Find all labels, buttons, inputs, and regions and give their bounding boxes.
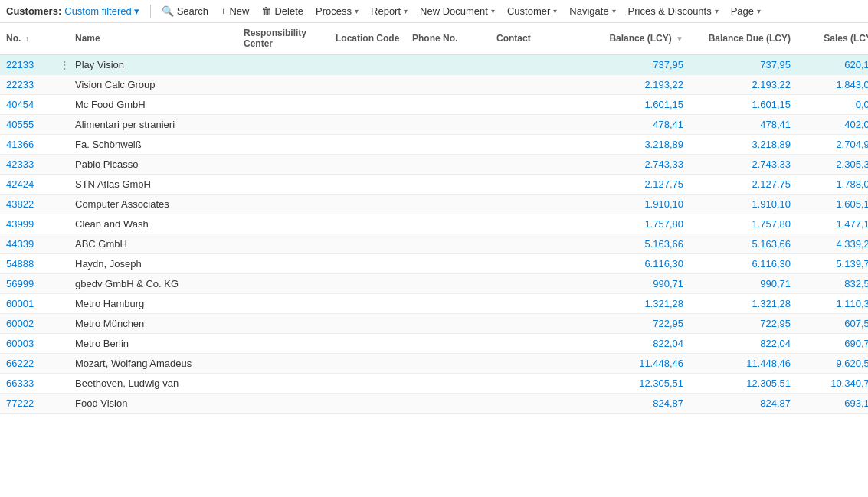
row-dots-button[interactable]: ⋮ [54, 54, 69, 75]
customer-no[interactable]: 42333 [0, 155, 54, 175]
col-header-contact[interactable]: Contact [490, 23, 590, 54]
col-header-resp[interactable]: ResponsibilityCenter [237, 23, 329, 54]
customer-no[interactable]: 22233 [0, 75, 54, 95]
new-document-label: New Document [420, 5, 488, 17]
col-header-balance-due[interactable]: Balance Due (LCY) [689, 23, 797, 54]
table-row[interactable]: 66333Beethoven, Ludwig van12.305,5112.30… [0, 374, 868, 394]
balance-lcy: 478,41 [590, 115, 689, 135]
customer-no[interactable]: 77222 [0, 394, 54, 414]
col-header-name[interactable]: Name [69, 23, 237, 54]
table-row[interactable]: 56999gbedv GmbH & Co. KG990,71990,71832,… [0, 274, 868, 294]
customer-name: ABC GmbH [69, 234, 237, 254]
contact [490, 195, 590, 214]
customer-no[interactable]: 40555 [0, 115, 54, 135]
new-document-button[interactable]: New Document ▾ [414, 0, 501, 23]
row-dots-button[interactable] [54, 334, 69, 354]
process-button[interactable]: Process ▾ [310, 0, 365, 23]
col-header-phone[interactable]: Phone No. [406, 23, 490, 54]
customers-table-container: No. ↑ Name ResponsibilityCenter Location… [0, 23, 868, 497]
col-header-loc[interactable]: Location Code [329, 23, 406, 54]
location-code [329, 354, 406, 374]
customer-label: Customer [507, 5, 550, 17]
table-row[interactable]: 60002Metro München722,95722,95607,52 [0, 314, 868, 334]
table-row[interactable]: 42424STN Atlas GmbH2.127,752.127,751.788… [0, 175, 868, 195]
customer-no[interactable]: 60003 [0, 334, 54, 354]
phone-no [406, 175, 490, 195]
row-dots-button[interactable] [54, 394, 69, 414]
contact [490, 75, 590, 95]
report-button[interactable]: Report ▾ [365, 0, 414, 23]
navigate-button[interactable]: Navigate ▾ [563, 0, 621, 23]
sales-lcy: 4.339,21 [797, 234, 868, 254]
table-row[interactable]: 44339ABC GmbH5.163,665.163,664.339,21 [0, 234, 868, 254]
row-dots-button[interactable] [54, 115, 69, 135]
table-row[interactable]: 22233Vision Calc Group2.193,222.193,221.… [0, 75, 868, 95]
row-dots-button[interactable] [54, 254, 69, 274]
table-row[interactable]: 42333Pablo Picasso2.743,332.743,332.305,… [0, 155, 868, 175]
customer-no[interactable]: 43822 [0, 195, 54, 214]
balance-lcy: 6.116,30 [590, 254, 689, 274]
customer-no[interactable]: 54888 [0, 254, 54, 274]
row-dots-button[interactable] [54, 354, 69, 374]
customer-no[interactable]: 44339 [0, 234, 54, 254]
balance-due-lcy: 478,41 [689, 115, 797, 135]
customer-no[interactable]: 60002 [0, 314, 54, 334]
customer-no[interactable]: 66222 [0, 354, 54, 374]
balance-lcy: 1.321,28 [590, 294, 689, 314]
customer-no[interactable]: 43999 [0, 214, 54, 234]
col-header-sales[interactable]: Sales (LCY) [797, 23, 868, 54]
table-row[interactable]: 41366Fa. Schönweiß3.218,893.218,892.704,… [0, 135, 868, 155]
row-dots-button[interactable] [54, 135, 69, 155]
customer-name: Metro Hamburg [69, 294, 237, 314]
table-row[interactable]: 54888Haydn, Joseph6.116,306.116,305.139,… [0, 254, 868, 274]
row-dots-button[interactable] [54, 374, 69, 394]
sales-lcy: 2.704,95 [797, 135, 868, 155]
chevron-down-icon: ▾ [134, 5, 139, 17]
balance-due-lcy: 6.116,30 [689, 254, 797, 274]
table-row[interactable]: 40555Alimentari per stranieri478,41478,4… [0, 115, 868, 135]
col-header-balance[interactable]: Balance (LCY) ▼ [590, 23, 689, 54]
table-row[interactable]: 66222Mozart, Wolfang Amadeus11.448,4611.… [0, 354, 868, 374]
contact [490, 135, 590, 155]
row-dots-button[interactable] [54, 95, 69, 115]
page-button[interactable]: Page ▾ [725, 0, 767, 23]
filter-button[interactable]: Custom filtered ▾ [64, 5, 139, 17]
table-row[interactable]: 43999Clean and Wash1.757,801.757,801.477… [0, 214, 868, 234]
table-row[interactable]: 43822Computer Associates1.910,101.910,10… [0, 195, 868, 214]
table-row[interactable]: 60001Metro Hamburg1.321,281.321,281.110,… [0, 294, 868, 314]
delete-label: Delete [274, 5, 303, 17]
table-row[interactable]: 77222Food Vision824,87824,87693,17 [0, 394, 868, 414]
customer-no[interactable]: 66333 [0, 374, 54, 394]
col-header-no[interactable]: No. ↑ [0, 23, 54, 54]
search-button[interactable]: 🔍 Search [156, 0, 215, 23]
balance-lcy: 737,95 [590, 54, 689, 75]
customer-button[interactable]: Customer ▾ [501, 0, 563, 23]
search-icon: 🔍 [162, 5, 174, 17]
row-dots-button[interactable] [54, 294, 69, 314]
prices-discounts-button[interactable]: Prices & Discounts ▾ [622, 0, 725, 23]
customers-label: Customers: [6, 5, 61, 17]
customer-no[interactable]: 56999 [0, 274, 54, 294]
row-dots-button[interactable] [54, 195, 69, 214]
customer-no[interactable]: 42424 [0, 175, 54, 195]
dots-icon[interactable]: ⋮ [60, 59, 70, 70]
customer-name: Play Vision [69, 54, 237, 75]
customer-no[interactable]: 22133 [0, 54, 54, 75]
row-dots-button[interactable] [54, 314, 69, 334]
table-row[interactable]: 22133⋮Play Vision737,95737,95620,13 [0, 54, 868, 75]
location-code [329, 334, 406, 354]
row-dots-button[interactable] [54, 214, 69, 234]
row-dots-button[interactable] [54, 175, 69, 195]
row-dots-button[interactable] [54, 274, 69, 294]
new-button[interactable]: + New [215, 0, 256, 23]
delete-button[interactable]: 🗑 Delete [255, 0, 310, 23]
row-dots-button[interactable] [54, 75, 69, 95]
customer-no[interactable]: 60001 [0, 294, 54, 314]
table-row[interactable]: 40454Mc Food GmbH1.601,151.601,150,00 [0, 95, 868, 115]
row-dots-button[interactable] [54, 155, 69, 175]
customer-name: gbedv GmbH & Co. KG [69, 274, 237, 294]
row-dots-button[interactable] [54, 234, 69, 254]
table-row[interactable]: 60003Metro Berlin822,04822,04690,79 [0, 334, 868, 354]
customer-no[interactable]: 41366 [0, 135, 54, 155]
customer-no[interactable]: 40454 [0, 95, 54, 115]
